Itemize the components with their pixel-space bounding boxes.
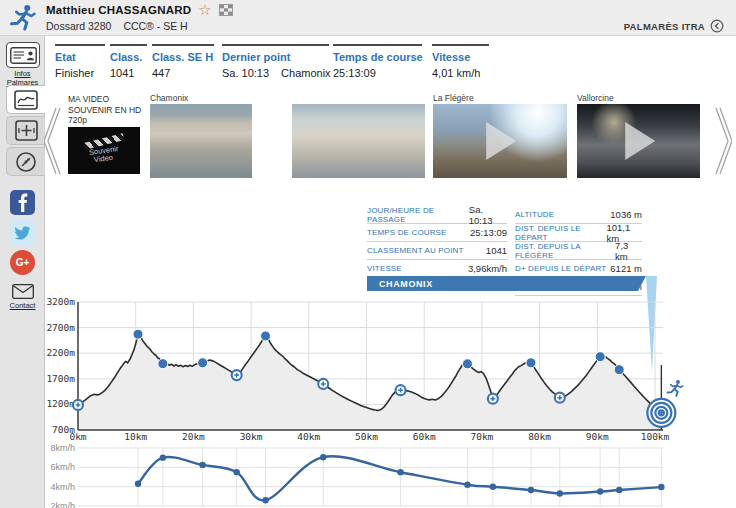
facebook-icon bbox=[10, 190, 35, 215]
runner-icon bbox=[8, 3, 38, 33]
info-row: CLASSEMENT AU POINT1041 bbox=[367, 242, 507, 260]
speed-point[interactable] bbox=[616, 487, 622, 493]
tab-compass[interactable] bbox=[6, 147, 45, 176]
googleplus-button[interactable]: G+ bbox=[10, 250, 35, 275]
stat-vitesse: Vitesse4,01 km/h bbox=[432, 44, 489, 79]
runner-tracking-page: Matthieu CHASSAGNARD ☆ Dossard 3280 CCC®… bbox=[0, 0, 736, 508]
info-value: 25:13:09 bbox=[470, 227, 507, 238]
speed-point[interactable] bbox=[597, 488, 603, 494]
svg-text:2km/h: 2km/h bbox=[50, 501, 75, 508]
svg-text:1700m: 1700m bbox=[46, 373, 75, 384]
stat-label: Class. SE H bbox=[152, 51, 214, 63]
svg-text:10km: 10km bbox=[124, 431, 147, 442]
checkpoint-marker[interactable] bbox=[614, 365, 624, 375]
stat-value: 447 bbox=[152, 67, 214, 79]
stat-value: 25:13:09 bbox=[333, 67, 422, 79]
speed-point[interactable] bbox=[397, 469, 403, 475]
info-label: CLASSEMENT AU POINT bbox=[367, 246, 464, 255]
runner-position-icon bbox=[668, 380, 683, 396]
twitter-button[interactable] bbox=[10, 220, 35, 245]
contact-envelope-icon[interactable] bbox=[12, 284, 34, 299]
checkpoint-marker[interactable] bbox=[198, 358, 208, 368]
info-value: Sa. 10:13 bbox=[469, 204, 507, 226]
speed-chart[interactable]: 8km/h6km/h4km/h2km/h bbox=[45, 443, 736, 508]
svg-text:80km: 80km bbox=[528, 431, 551, 442]
googleplus-icon: G+ bbox=[16, 257, 30, 268]
souvenir-video-thumbnail[interactable]: Souvenir Video bbox=[68, 127, 140, 174]
infos-card-icon bbox=[10, 47, 37, 64]
speed-point[interactable] bbox=[658, 484, 664, 490]
video-thumbnail-extra[interactable] bbox=[292, 104, 425, 178]
video-thumbnail-la-fl-g-re[interactable] bbox=[433, 104, 567, 178]
twitter-icon bbox=[10, 220, 35, 245]
video-thumbnail-chamonix[interactable] bbox=[150, 104, 252, 178]
stat-class-se-h: Class. SE H447 bbox=[152, 44, 214, 79]
bib-number: Dossard 3280 bbox=[46, 20, 111, 32]
profile-chart-icon bbox=[14, 90, 38, 110]
stat-class-: Class.1041 bbox=[110, 44, 147, 79]
checkpoint-marker[interactable] bbox=[595, 352, 605, 362]
top-bar: Matthieu CHASSAGNARD ☆ Dossard 3280 CCC®… bbox=[0, 0, 736, 36]
svg-text:0km: 0km bbox=[69, 431, 86, 442]
info-label: D+ DEPUIS LE DÉPART bbox=[515, 264, 606, 273]
info-label: JOUR/HEURE DE PASSAGE bbox=[367, 206, 469, 224]
info-row: JOUR/HEURE DE PASSAGESa. 10:13 bbox=[367, 206, 507, 224]
facebook-button[interactable] bbox=[10, 190, 35, 215]
svg-text:2200m: 2200m bbox=[46, 347, 75, 358]
checkpoint-marker[interactable] bbox=[526, 358, 536, 368]
stat-label: Etat bbox=[55, 51, 105, 63]
tab-course-profile[interactable] bbox=[6, 85, 45, 114]
svg-text:90km: 90km bbox=[586, 431, 609, 442]
stat-label: Vitesse bbox=[432, 51, 489, 63]
sidebar-infos-link[interactable]: Infos bbox=[0, 69, 45, 78]
compass-icon bbox=[15, 151, 37, 173]
favorite-star-icon[interactable]: ☆ bbox=[198, 4, 211, 16]
race-category: CCC® - SE H bbox=[123, 20, 187, 32]
svg-text:30km: 30km bbox=[240, 431, 263, 442]
grid-crosshair-icon bbox=[15, 120, 38, 141]
sidebar: Infos Palmares bbox=[0, 36, 45, 508]
speed-point[interactable] bbox=[199, 462, 205, 468]
finisher-checkered-icon[interactable] bbox=[219, 4, 233, 16]
stat-label: Class. bbox=[110, 51, 147, 63]
videos-next-chevron[interactable] bbox=[712, 104, 732, 178]
video-thumbnail-vallorcine[interactable] bbox=[577, 104, 700, 178]
stat-value: Finisher bbox=[55, 67, 105, 79]
info-row: DIST. DEPUIS LA FLÉGÈRE7,3 km bbox=[515, 242, 642, 260]
checkpoint-marker[interactable] bbox=[133, 329, 143, 339]
checkpoint-marker[interactable] bbox=[158, 359, 168, 369]
sidebar-contact-link[interactable]: Contact bbox=[0, 301, 45, 310]
palmares-itra-label: PALMARÈS ITRA bbox=[624, 21, 705, 32]
checkpoint-marker[interactable] bbox=[261, 331, 271, 341]
tab-live-grid[interactable] bbox=[6, 116, 45, 145]
speed-point[interactable] bbox=[160, 454, 166, 460]
elevation-chart[interactable]: 3200m2700m2200m1700m1200m700m0km10km20km… bbox=[45, 290, 736, 447]
speed-point[interactable] bbox=[320, 454, 326, 460]
stat-value: Sa. 10:13Chamonix bbox=[222, 67, 329, 79]
svg-text:2700m: 2700m bbox=[46, 322, 75, 333]
svg-text:50km: 50km bbox=[355, 431, 378, 442]
info-row: VITESSE3,96km/h bbox=[367, 260, 507, 278]
souvenir-video-label: MA VIDEOSOUVENIR EN HD720p bbox=[68, 94, 141, 126]
infos-palmares-button[interactable] bbox=[6, 42, 40, 68]
video-label: La Flégère bbox=[433, 93, 474, 103]
speed-point[interactable] bbox=[262, 497, 268, 503]
info-value: 1036 m bbox=[610, 209, 642, 220]
speed-point[interactable] bbox=[464, 482, 470, 488]
checkpoint-marker[interactable] bbox=[462, 359, 472, 369]
videos-prev-chevron[interactable] bbox=[44, 104, 64, 178]
speed-point[interactable] bbox=[490, 483, 496, 489]
info-label: TEMPS DE COURSE bbox=[367, 228, 447, 237]
info-label: ALTITUDE bbox=[515, 210, 554, 219]
palmares-itra-button[interactable]: PALMARÈS ITRA bbox=[624, 19, 724, 33]
svg-text:70km: 70km bbox=[470, 431, 493, 442]
speed-point[interactable] bbox=[528, 487, 534, 493]
speed-point[interactable] bbox=[557, 490, 563, 496]
info-row: D+ DEPUIS LE DÉPART6121 m bbox=[515, 260, 642, 278]
speed-point[interactable] bbox=[135, 481, 141, 487]
svg-text:40km: 40km bbox=[297, 431, 320, 442]
svg-text:3200m: 3200m bbox=[46, 296, 75, 307]
runner-name: Matthieu CHASSAGNARD bbox=[46, 4, 191, 16]
play-icon bbox=[625, 122, 655, 160]
speed-point[interactable] bbox=[233, 469, 239, 475]
